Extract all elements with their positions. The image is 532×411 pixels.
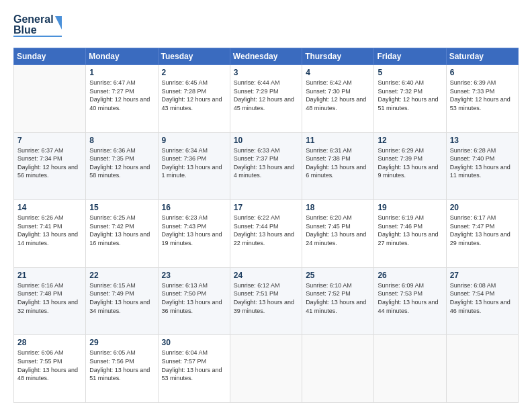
calendar-cell: 8Sunrise: 6:36 AMSunset: 7:35 PMDaylight… [86, 132, 158, 200]
day-number: 26 [378, 271, 442, 280]
day-info: Sunrise: 6:20 AMSunset: 7:45 PMDaylight:… [306, 214, 370, 247]
day-number: 20 [450, 203, 515, 212]
calendar-cell: 4Sunrise: 6:42 AMSunset: 7:30 PMDaylight… [302, 65, 374, 133]
day-info: Sunrise: 6:13 AMSunset: 7:50 PMDaylight:… [162, 281, 226, 315]
day-info: Sunrise: 6:25 AMSunset: 7:42 PMDaylight:… [89, 214, 154, 247]
calendar-cell: 21Sunrise: 6:16 AMSunset: 7:48 PMDayligh… [14, 267, 86, 335]
weekday-header-monday: Monday [86, 48, 158, 65]
calendar-cell: 2Sunrise: 6:45 AMSunset: 7:28 PMDaylight… [158, 65, 230, 133]
day-number: 12 [378, 136, 442, 145]
calendar-cell: 27Sunrise: 6:08 AMSunset: 7:54 PMDayligh… [446, 267, 518, 335]
day-info: Sunrise: 6:23 AMSunset: 7:43 PMDaylight:… [162, 214, 226, 247]
calendar-cell [374, 335, 446, 403]
calendar-table: SundayMondayTuesdayWednesdayThursdayFrid… [13, 48, 519, 403]
day-number: 6 [450, 68, 515, 77]
day-number: 29 [89, 338, 154, 347]
weekday-header-saturday: Saturday [446, 48, 518, 65]
day-info: Sunrise: 6:47 AMSunset: 7:27 PMDaylight:… [89, 79, 154, 112]
day-info: Sunrise: 6:09 AMSunset: 7:53 PMDaylight:… [378, 281, 442, 315]
day-number: 7 [17, 136, 82, 145]
calendar-cell: 20Sunrise: 6:17 AMSunset: 7:47 PMDayligh… [446, 200, 518, 268]
day-number: 28 [17, 338, 82, 347]
day-number: 10 [234, 136, 298, 145]
day-number: 24 [234, 271, 298, 280]
day-number: 19 [378, 203, 442, 212]
calendar-cell: 7Sunrise: 6:37 AMSunset: 7:34 PMDaylight… [14, 132, 86, 200]
calendar-cell: 10Sunrise: 6:33 AMSunset: 7:37 PMDayligh… [230, 132, 302, 200]
day-number: 23 [162, 271, 226, 280]
svg-text:General: General [13, 13, 54, 25]
day-info: Sunrise: 6:08 AMSunset: 7:54 PMDaylight:… [450, 281, 515, 315]
day-info: Sunrise: 6:34 AMSunset: 7:36 PMDaylight:… [162, 146, 226, 180]
calendar-week-5: 28Sunrise: 6:06 AMSunset: 7:55 PMDayligh… [14, 335, 519, 403]
day-number: 15 [89, 203, 154, 212]
day-info: Sunrise: 6:40 AMSunset: 7:32 PMDaylight:… [378, 79, 442, 112]
day-info: Sunrise: 6:39 AMSunset: 7:33 PMDaylight:… [450, 79, 515, 112]
calendar-cell: 14Sunrise: 6:26 AMSunset: 7:41 PMDayligh… [14, 200, 86, 268]
day-info: Sunrise: 6:31 AMSunset: 7:38 PMDaylight:… [306, 146, 370, 180]
header: General Blue [13, 11, 519, 41]
calendar-cell: 17Sunrise: 6:22 AMSunset: 7:44 PMDayligh… [230, 200, 302, 268]
day-number: 21 [17, 271, 82, 280]
calendar-cell: 23Sunrise: 6:13 AMSunset: 7:50 PMDayligh… [158, 267, 230, 335]
calendar-cell: 9Sunrise: 6:34 AMSunset: 7:36 PMDaylight… [158, 132, 230, 200]
day-number: 1 [89, 68, 154, 77]
calendar-cell: 5Sunrise: 6:40 AMSunset: 7:32 PMDaylight… [374, 65, 446, 133]
calendar-cell: 26Sunrise: 6:09 AMSunset: 7:53 PMDayligh… [374, 267, 446, 335]
calendar-cell [446, 335, 518, 403]
day-info: Sunrise: 6:37 AMSunset: 7:34 PMDaylight:… [17, 146, 82, 180]
weekday-header-sunday: Sunday [14, 48, 86, 65]
calendar-cell [14, 65, 86, 133]
day-number: 22 [89, 271, 154, 280]
calendar-cell: 6Sunrise: 6:39 AMSunset: 7:33 PMDaylight… [446, 65, 518, 133]
day-number: 27 [450, 271, 515, 280]
day-info: Sunrise: 6:04 AMSunset: 7:57 PMDaylight:… [162, 349, 226, 382]
day-info: Sunrise: 6:22 AMSunset: 7:44 PMDaylight:… [234, 214, 298, 247]
day-info: Sunrise: 6:44 AMSunset: 7:29 PMDaylight:… [234, 79, 298, 112]
calendar-cell: 19Sunrise: 6:19 AMSunset: 7:46 PMDayligh… [374, 200, 446, 268]
day-info: Sunrise: 6:29 AMSunset: 7:39 PMDaylight:… [378, 146, 442, 180]
weekday-header-friday: Friday [374, 48, 446, 65]
day-info: Sunrise: 6:06 AMSunset: 7:55 PMDaylight:… [17, 349, 82, 382]
calendar-cell: 22Sunrise: 6:15 AMSunset: 7:49 PMDayligh… [86, 267, 158, 335]
day-info: Sunrise: 6:42 AMSunset: 7:30 PMDaylight:… [306, 79, 370, 112]
day-number: 17 [234, 203, 298, 212]
day-info: Sunrise: 6:19 AMSunset: 7:46 PMDaylight:… [378, 214, 442, 247]
calendar-cell [302, 335, 374, 403]
day-number: 30 [162, 338, 226, 347]
calendar-cell: 28Sunrise: 6:06 AMSunset: 7:55 PMDayligh… [14, 335, 86, 403]
calendar-week-1: 1Sunrise: 6:47 AMSunset: 7:27 PMDaylight… [14, 65, 519, 133]
day-info: Sunrise: 6:10 AMSunset: 7:52 PMDaylight:… [306, 281, 370, 315]
day-info: Sunrise: 6:26 AMSunset: 7:41 PMDaylight:… [17, 214, 82, 247]
calendar-cell: 25Sunrise: 6:10 AMSunset: 7:52 PMDayligh… [302, 267, 374, 335]
day-number: 11 [306, 136, 370, 145]
day-number: 25 [306, 271, 370, 280]
calendar-cell: 12Sunrise: 6:29 AMSunset: 7:39 PMDayligh… [374, 132, 446, 200]
day-info: Sunrise: 6:28 AMSunset: 7:40 PMDaylight:… [450, 146, 515, 180]
day-info: Sunrise: 6:33 AMSunset: 7:37 PMDaylight:… [234, 146, 298, 180]
day-number: 8 [89, 136, 154, 145]
calendar-cell: 3Sunrise: 6:44 AMSunset: 7:29 PMDaylight… [230, 65, 302, 133]
weekday-header-wednesday: Wednesday [230, 48, 302, 65]
calendar-week-2: 7Sunrise: 6:37 AMSunset: 7:34 PMDaylight… [14, 132, 519, 200]
day-info: Sunrise: 6:12 AMSunset: 7:51 PMDaylight:… [234, 281, 298, 315]
weekday-header-thursday: Thursday [302, 48, 374, 65]
day-number: 14 [17, 203, 82, 212]
day-number: 5 [378, 68, 442, 77]
calendar-cell: 11Sunrise: 6:31 AMSunset: 7:38 PMDayligh… [302, 132, 374, 200]
day-info: Sunrise: 6:16 AMSunset: 7:48 PMDaylight:… [17, 281, 82, 315]
day-info: Sunrise: 6:36 AMSunset: 7:35 PMDaylight:… [89, 146, 154, 180]
day-number: 18 [306, 203, 370, 212]
day-info: Sunrise: 6:05 AMSunset: 7:56 PMDaylight:… [89, 349, 154, 382]
day-info: Sunrise: 6:17 AMSunset: 7:47 PMDaylight:… [450, 214, 515, 247]
day-number: 4 [306, 68, 370, 77]
calendar-cell: 29Sunrise: 6:05 AMSunset: 7:56 PMDayligh… [86, 335, 158, 403]
day-number: 3 [234, 68, 298, 77]
day-number: 16 [162, 203, 226, 212]
day-info: Sunrise: 6:15 AMSunset: 7:49 PMDaylight:… [89, 281, 154, 315]
calendar-cell: 1Sunrise: 6:47 AMSunset: 7:27 PMDaylight… [86, 65, 158, 133]
weekday-header-row: SundayMondayTuesdayWednesdayThursdayFrid… [14, 48, 519, 65]
calendar-week-4: 21Sunrise: 6:16 AMSunset: 7:48 PMDayligh… [14, 267, 519, 335]
svg-text:Blue: Blue [13, 24, 37, 36]
day-number: 13 [450, 136, 515, 145]
